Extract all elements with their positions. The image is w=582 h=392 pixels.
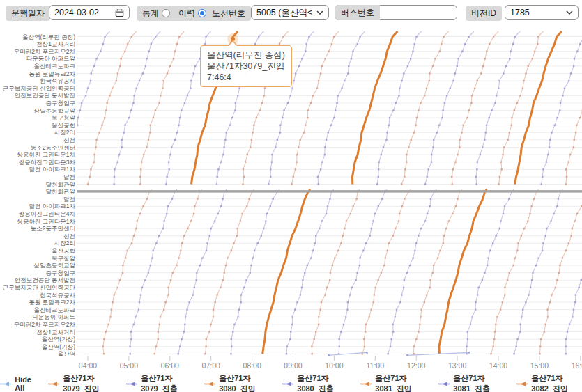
station-label: 동원 로얄듀크2차 — [29, 299, 75, 306]
trip-line[interactable] — [178, 189, 227, 354]
trip-point — [169, 154, 171, 155]
trip-point — [371, 309, 372, 311]
station-label: 천상1교사거리 — [36, 329, 75, 336]
trip-line[interactable] — [318, 31, 365, 185]
legend-item[interactable]: 울산71자3079_진입 — [48, 373, 114, 392]
legend-item[interactable]: 울산71자3081_진출 — [438, 373, 504, 392]
trip-point — [217, 168, 219, 170]
trip-point — [516, 250, 518, 251]
trip-point — [114, 168, 115, 170]
legend-item[interactable]: 울산71자3081_진입 — [360, 373, 426, 392]
trip-point — [216, 294, 217, 295]
trip-line[interactable] — [425, 31, 474, 185]
chevron-down-icon — [316, 10, 323, 15]
trip-line[interactable] — [231, 189, 279, 354]
trip-line[interactable] — [155, 189, 202, 354]
version-select[interactable]: 1785 — [505, 5, 579, 20]
trip-point — [444, 102, 445, 104]
trip-point — [485, 132, 487, 133]
trip-point — [135, 228, 137, 229]
history-radio[interactable] — [198, 9, 206, 17]
trip-point — [522, 309, 523, 311]
trip-line-highlighted[interactable] — [515, 31, 562, 185]
trip-point — [466, 117, 468, 118]
trip-line[interactable] — [476, 31, 520, 185]
trip-line[interactable] — [514, 189, 563, 354]
trip-point — [206, 338, 207, 340]
trip-point — [406, 162, 407, 163]
trip-line-highlighted[interactable] — [439, 189, 487, 354]
trip-line[interactable] — [339, 189, 387, 354]
trip-point — [534, 51, 535, 52]
legend-marker-icon — [204, 381, 215, 387]
trip-point — [243, 168, 244, 170]
trip-line[interactable] — [414, 189, 462, 354]
trip-point — [114, 176, 115, 178]
trip-point — [131, 242, 132, 244]
trip-line[interactable] — [540, 189, 582, 354]
bus-number-input[interactable] — [380, 6, 457, 19]
trip-line[interactable] — [491, 189, 539, 354]
trip-point — [522, 88, 523, 89]
trip-line-highlighted[interactable] — [263, 189, 311, 354]
trip-point — [517, 242, 519, 244]
trip-point — [330, 125, 332, 126]
trip-line[interactable] — [452, 31, 498, 185]
trip-point — [568, 80, 569, 81]
trip-point — [383, 265, 385, 266]
trip-point — [81, 102, 82, 104]
trip-point — [486, 51, 487, 52]
stat-radio[interactable] — [162, 9, 170, 17]
trip-point — [508, 198, 510, 200]
legend-item[interactable]: Hide All — [0, 375, 36, 392]
date-input[interactable]: 2024-03-02 — [49, 5, 130, 20]
trip-point — [178, 257, 179, 258]
trip-line[interactable] — [362, 189, 411, 354]
legend-marker-icon — [282, 381, 293, 387]
trip-line[interactable] — [130, 189, 178, 354]
legend-item[interactable]: 울산71자3079_진출 — [126, 373, 192, 392]
trip-point — [237, 228, 238, 229]
trip-point — [270, 205, 271, 207]
trip-point — [158, 338, 159, 340]
trip-point — [268, 183, 269, 185]
trip-line[interactable] — [401, 31, 448, 185]
trip-point — [530, 287, 531, 288]
trip-point — [166, 176, 167, 178]
trip-point — [139, 183, 141, 185]
trip-point — [347, 72, 349, 74]
trip-line[interactable] — [114, 31, 161, 185]
trip-line[interactable] — [103, 189, 152, 354]
trip-line-highlighted[interactable] — [353, 31, 398, 185]
trip-line[interactable] — [205, 189, 254, 354]
trip-line[interactable] — [566, 189, 582, 354]
trip-line[interactable] — [377, 31, 421, 185]
trip-line[interactable] — [388, 189, 437, 354]
trip-line[interactable] — [499, 31, 544, 185]
trip-line[interactable] — [88, 31, 137, 185]
trip-point — [462, 125, 464, 126]
trip-line[interactable] — [312, 189, 359, 354]
trip-point — [148, 139, 149, 141]
trip-line[interactable] — [140, 31, 184, 185]
trip-point — [546, 309, 548, 311]
trip-line[interactable] — [542, 31, 582, 185]
x-tick-label: 04:00 — [79, 361, 97, 370]
legend-item[interactable]: 울산71자3080_진출 — [282, 373, 348, 392]
legend-label: Hide All — [15, 375, 36, 392]
trip-point — [388, 125, 390, 126]
legend-item[interactable]: 울산71자3080_진입 — [204, 373, 270, 392]
trip-point — [568, 242, 569, 244]
trip-point — [306, 43, 307, 45]
trip-point — [430, 198, 431, 200]
trip-line[interactable] — [467, 189, 514, 354]
chevron-down-icon — [566, 10, 573, 15]
route-select[interactable]: 5005 (울산역<->들 — [251, 5, 329, 20]
legend-label: 울산71자3080_진출 — [297, 373, 348, 392]
trip-point — [128, 117, 130, 118]
legend-item[interactable]: 울산71자3082_진입 — [516, 373, 582, 392]
calendar-icon[interactable] — [115, 8, 124, 17]
trip-line[interactable] — [292, 31, 339, 185]
trip-point — [364, 346, 365, 347]
trip-point — [562, 95, 563, 96]
